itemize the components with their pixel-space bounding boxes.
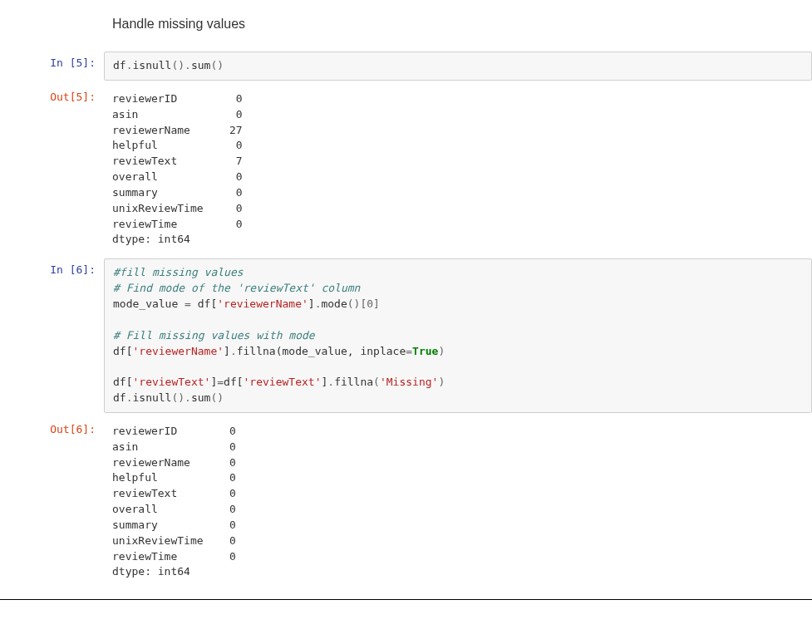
output-prompt: Out[5]: (0, 86, 104, 253)
output-line: reviewText 0 (112, 486, 804, 502)
output-line: reviewText 7 (112, 154, 804, 170)
code-input[interactable]: #fill missing values# Find mode of the '… (104, 258, 812, 413)
code-line: df.isnull().sum() (113, 58, 803, 74)
output-line: summary 0 (112, 518, 804, 533)
output-line: unixReviewTime 0 (112, 533, 804, 549)
code-line: #fill missing values (113, 265, 803, 281)
input-prompt: In [5]: (0, 52, 104, 81)
output-line: helpful 0 (112, 470, 804, 486)
code-input[interactable]: df.isnull().sum() (104, 52, 812, 81)
output-line: unixReviewTime 0 (112, 201, 804, 217)
output-text: reviewerID 0asin 0reviewerName 0helpful … (104, 418, 812, 586)
code-line: df['reviewText']=df['reviewText'].fillna… (113, 375, 803, 391)
output-line: dtype: int64 (112, 232, 804, 248)
output-line: asin 0 (112, 440, 804, 455)
output-line: reviewTime 0 (112, 217, 804, 233)
output-line: reviewerID 0 (112, 91, 804, 107)
output-text: reviewerID 0asin 0reviewerName 27helpful… (104, 86, 812, 253)
output-line: asin 0 (112, 107, 804, 123)
code-line: # Fill missing values with mode (113, 328, 803, 344)
code-line (113, 359, 803, 375)
output-line: dtype: int64 (112, 564, 804, 580)
code-line: mode_value = df['reviewerName'].mode()[0… (113, 297, 803, 312)
output-line: summary 0 (112, 185, 804, 201)
section-heading: Handle missing values (112, 17, 812, 32)
code-line: df['reviewerName'].fillna(mode_value, in… (113, 344, 803, 360)
input-prompt: In [6]: (0, 258, 104, 413)
output-line: reviewerName 0 (112, 455, 804, 471)
code-line: # Find mode of the 'reviewText' column (113, 281, 803, 297)
output-line: reviewTime 0 (112, 549, 804, 565)
output-cell: Out[6]:reviewerID 0asin 0reviewerName 0h… (0, 418, 812, 586)
code-line: df.isnull().sum() (113, 391, 803, 406)
code-line (113, 312, 803, 328)
output-prompt: Out[6]: (0, 418, 104, 586)
output-line: reviewerID 0 (112, 424, 804, 440)
code-cell: In [5]:df.isnull().sum() (0, 52, 812, 81)
output-line: overall 0 (112, 170, 804, 185)
output-cell: Out[5]:reviewerID 0asin 0reviewerName 27… (0, 86, 812, 253)
output-line: overall 0 (112, 502, 804, 518)
code-cell: In [6]:#fill missing values# Find mode o… (0, 258, 812, 413)
output-line: reviewerName 27 (112, 123, 804, 139)
notebook-cells: In [5]:df.isnull().sum()Out[5]:reviewerI… (0, 52, 812, 586)
output-line: helpful 0 (112, 138, 804, 154)
